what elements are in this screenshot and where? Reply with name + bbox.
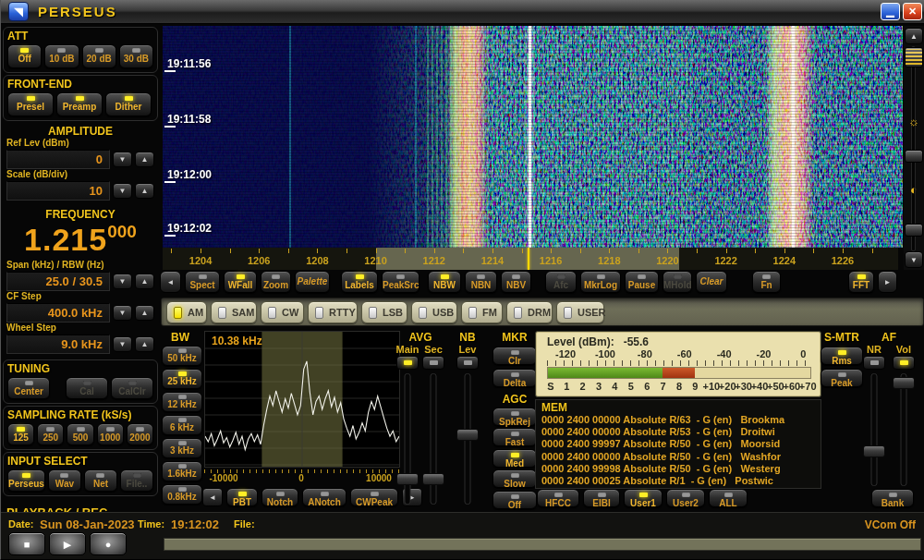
sec-slider-track[interactable]: [431, 373, 437, 505]
scroll-left-button[interactable]: ◄: [160, 271, 181, 293]
all-memory-button[interactable]: ALL: [709, 489, 748, 507]
scale-value[interactable]: 10: [6, 181, 110, 201]
pause-toolbar-button[interactable]: Pause: [625, 271, 659, 293]
spectrum-plot[interactable]: [204, 331, 400, 468]
pbt-left-button[interactable]: ◄: [202, 488, 223, 506]
fft-toolbar-button[interactable]: FFT: [848, 271, 874, 293]
drm-mode-button[interactable]: DRM: [506, 301, 553, 323]
frequency-axis[interactable]: 1204120612081210121212141216121812201222…: [163, 248, 898, 270]
med-agc-button[interactable]: Med: [492, 449, 537, 468]
brightness-handle[interactable]: [905, 150, 923, 163]
waterfall-display[interactable]: 19:11:5619:11:5819:12:0019:12:02: [163, 26, 903, 248]
center-tuning-button[interactable]: Center: [7, 377, 50, 399]
stop-button[interactable]: ■: [8, 532, 45, 555]
fast-agc-button[interactable]: Fast: [492, 428, 537, 446]
span-rbw-value[interactable]: 25.0 / 30.5: [6, 272, 110, 291]
am-mode-button[interactable]: AM: [166, 301, 207, 323]
chevron-up-icon[interactable]: ▲: [135, 336, 154, 352]
wav-input-button[interactable]: Wav: [48, 469, 81, 492]
frequency-display[interactable]: 1.215000: [6, 222, 154, 258]
0-8khz-bw-filter-button[interactable]: 0.8kHz: [162, 484, 202, 505]
memory-list-item[interactable]: 0000 2400 00000 Absolute R/63 - G (en) B…: [541, 414, 784, 425]
main-slider-track[interactable]: [405, 373, 411, 505]
vol-led-button[interactable]: [893, 356, 915, 370]
contrast-handle[interactable]: [905, 224, 923, 237]
cw-mode-button[interactable]: CW: [261, 301, 304, 323]
vol-slider-handle[interactable]: [893, 377, 915, 389]
1-6khz-bw-filter-button[interactable]: 1.6kHz: [162, 461, 202, 481]
waterfall-speed-track[interactable]: [911, 46, 916, 251]
lev-led-button[interactable]: [456, 356, 479, 370]
chevron-up-icon[interactable]: ▲: [135, 305, 154, 321]
fn-toolbar-button[interactable]: Fn: [752, 271, 781, 293]
nbv-toolbar-button[interactable]: NBV: [501, 271, 531, 293]
rtty-mode-button[interactable]: RTTY: [308, 301, 358, 323]
hfcc-memory-button[interactable]: HFCC: [537, 489, 579, 507]
eibi-memory-button[interactable]: EIBI: [583, 489, 620, 507]
palette-toolbar-button[interactable]: Palette: [295, 271, 330, 293]
sec-led-button[interactable]: [422, 356, 444, 370]
close-button[interactable]: ✕: [903, 3, 922, 20]
nbw-toolbar-button[interactable]: NBW: [428, 271, 461, 293]
zoom-toolbar-button[interactable]: Zoom: [261, 271, 291, 293]
preamp-frontend-button[interactable]: Preamp: [56, 92, 103, 116]
clr-mkr-button[interactable]: Clr: [492, 347, 537, 365]
memory-list-item[interactable]: 0000 2400 99998 Absolute R/50 - G (en) W…: [541, 463, 781, 474]
dither-frontend-button[interactable]: Dither: [105, 92, 152, 116]
nr-slider-track[interactable]: [871, 373, 878, 486]
lsb-mode-button[interactable]: LSB: [361, 301, 407, 323]
6-khz-bw-filter-button[interactable]: 6 kHz: [162, 415, 202, 435]
125-sampling-button[interactable]: 125: [7, 423, 34, 445]
minimize-button[interactable]: ▁: [881, 3, 900, 20]
main-slider-handle[interactable]: [396, 473, 419, 485]
nbn-toolbar-button[interactable]: NBN: [465, 271, 497, 293]
spect-toolbar-button[interactable]: Spect: [185, 271, 220, 293]
scroll-up-button[interactable]: ▲: [905, 28, 923, 44]
chevron-down-icon[interactable]: ▼: [113, 183, 132, 199]
1000-sampling-button[interactable]: 1000: [97, 423, 124, 445]
memory-list-item[interactable]: 0000 2400 99997 Absolute R/50 - G (en) M…: [541, 438, 780, 449]
20-db-att-button[interactable]: 20 dB: [82, 44, 116, 68]
user1-memory-button[interactable]: User1: [624, 489, 663, 507]
50-khz-bw-filter-button[interactable]: 50 kHz: [162, 346, 202, 366]
vol-slider-track[interactable]: [901, 373, 907, 486]
memory-list-item[interactable]: 0000 2400 00000 Absolute R/50 - G (en) W…: [541, 451, 781, 462]
250-sampling-button[interactable]: 250: [37, 423, 64, 445]
chevron-down-icon[interactable]: ▼: [113, 152, 132, 167]
waterfall-speed-handle[interactable]: [905, 47, 923, 67]
lev-slider-handle[interactable]: [456, 429, 479, 441]
play-button[interactable]: ▶: [49, 532, 86, 555]
memory-list-item[interactable]: 0000 2400 00025 Absolute R/1 - G (en) Po…: [541, 475, 773, 486]
ref-lev-value[interactable]: 0: [6, 150, 110, 169]
presel-frontend-button[interactable]: Presel: [7, 92, 54, 116]
off-att-button[interactable]: Off: [7, 44, 42, 68]
chevron-down-icon[interactable]: ▼: [113, 274, 132, 289]
scroll-right-button[interactable]: ►: [878, 271, 897, 293]
mkrlog-toolbar-button[interactable]: MkrLog: [580, 271, 621, 293]
anotch-bw-button[interactable]: ANotch: [302, 488, 346, 506]
scroll-down-button[interactable]: ▼: [905, 251, 923, 268]
bank-bank-button[interactable]: Bank: [871, 489, 914, 507]
2000-sampling-button[interactable]: 2000: [127, 423, 153, 445]
usb-mode-button[interactable]: USB: [411, 301, 457, 323]
wfall-toolbar-button[interactable]: WFall: [224, 271, 257, 293]
spkrej-agc-button[interactable]: SpkRej: [492, 408, 537, 426]
sam-mode-button[interactable]: SAM: [211, 301, 257, 323]
title-bar[interactable]: ◥ PERSEUS ▁ ✕: [1, 0, 924, 24]
fm-mode-button[interactable]: FM: [461, 301, 503, 323]
10-db-att-button[interactable]: 10 dB: [44, 44, 79, 68]
500-sampling-button[interactable]: 500: [67, 423, 93, 445]
cwpeak-bw-button[interactable]: CWPeak: [350, 488, 398, 506]
sec-slider-handle[interactable]: [422, 473, 444, 485]
30-db-att-button[interactable]: 30 dB: [119, 44, 153, 68]
clear-toolbar-button[interactable]: Clear: [696, 271, 727, 293]
delta-mkr-button[interactable]: Delta: [492, 369, 537, 387]
pbt-bw-button[interactable]: PBT: [226, 488, 258, 506]
cf-step-value[interactable]: 400.0 kHz: [6, 303, 110, 323]
3-khz-bw-filter-button[interactable]: 3 kHz: [162, 438, 202, 458]
record-button[interactable]: ●: [90, 532, 127, 555]
nr-led-button[interactable]: [863, 356, 885, 370]
slow-agc-button[interactable]: Slow: [492, 469, 537, 488]
notch-bw-button[interactable]: Notch: [261, 488, 298, 506]
peaksrc-toolbar-button[interactable]: PeakSrc: [382, 271, 419, 293]
